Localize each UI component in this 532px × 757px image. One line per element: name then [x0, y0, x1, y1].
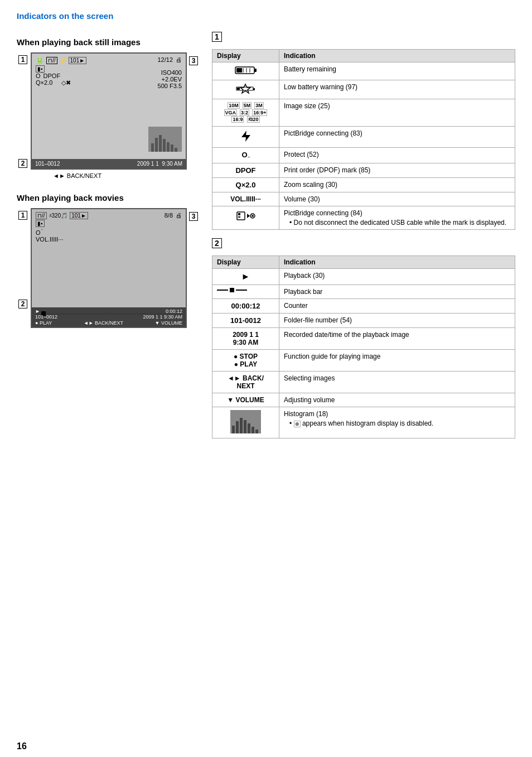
movie-bottom-top-row: ► 0:00:12 — [35, 308, 182, 314]
still-datetime: 2009 1 1 9:30 AM — [137, 161, 182, 167]
still-top-row: 🔋 ⊓// ⚡ 101► 12/12 🖨 — [36, 56, 182, 64]
shutter-aperture: 500 F3.5 — [158, 83, 182, 89]
svg-rect-5 — [167, 142, 170, 152]
table-row: 2009 1 19:30 AM Recorded date/time of th… — [212, 328, 515, 350]
indication-folder-num: Folder-file number (54) — [279, 314, 515, 328]
movie-play-icon: ► — [35, 308, 40, 314]
indication-counter: Counter — [279, 299, 515, 314]
indication-image-size: Image size (25) — [279, 99, 515, 127]
still-label-3: 3 — [189, 56, 198, 65]
indication-volume-ctrl: Adjusting volume — [279, 393, 515, 407]
table-row: Low battery warning (97) — [212, 80, 515, 99]
indication-stop-play: Function guide for playing image — [279, 350, 515, 372]
table-row: O⁻ Protect (52) — [212, 147, 515, 163]
table2: Display Indication ► Playback (30) — [212, 255, 515, 438]
dpof-label: O⁻DPOF — [36, 70, 71, 79]
movie-battery-icon: ⊓// — [36, 212, 47, 219]
playback-mode-icon: 101► — [69, 57, 87, 64]
table1-header-indication: Indication — [279, 50, 515, 62]
display-playback-icon: ► — [212, 269, 279, 285]
still-top-left-icons: 🔋 ⊓// ⚡ 101► — [36, 56, 86, 64]
table-row: 10M 5M 3M VGA 3:2 16:9+ 16:9 — [212, 99, 515, 127]
svg-rect-4 — [163, 139, 166, 152]
table-row: ▼ VOLUME Adjusting volume — [212, 393, 515, 407]
table2-header-indication: Indication — [279, 256, 515, 269]
display-dpof: DPOF — [212, 163, 279, 178]
table-row: PictBridge connecting (83) — [212, 126, 515, 147]
movie-volume-label: VOL.IIIII··· — [36, 236, 64, 243]
svg-marker-14 — [240, 84, 250, 93]
histogram-main-text: Histogram (18) — [284, 410, 510, 418]
svg-rect-10 — [236, 68, 242, 73]
movie-datetime: 2009 1 1 9:30 AM — [143, 314, 182, 320]
display-low-battery — [212, 80, 279, 99]
svg-rect-25 — [232, 426, 235, 433]
movie-label-2: 2 — [18, 300, 27, 308]
left-column: When playing back still images 1 2 3 🔋 ⊓… — [17, 32, 201, 447]
display-battery — [212, 62, 279, 80]
movie-print-icon: 🖨 — [176, 212, 182, 219]
indication-back-next: Selecting images — [279, 372, 515, 393]
display-protect: O⁻ — [212, 147, 279, 163]
page-number: 16 — [17, 741, 27, 751]
table2-section-num: 2 — [212, 238, 222, 248]
svg-rect-29 — [248, 423, 250, 433]
movie-top-left: ⊓// ♯320🎵 101► — [36, 212, 88, 219]
indication-datetime: Recorded date/time of the playback image — [279, 328, 515, 350]
movie-time: 0:00:12 — [166, 308, 182, 314]
display-volume-ctrl: ▼ VOLUME — [212, 393, 279, 407]
svg-rect-20 — [238, 216, 240, 218]
movie-label-1: 1 — [18, 211, 27, 220]
pictbridge2-bullets: Do not disconnect the dedicated USB cabl… — [284, 219, 510, 226]
still-nav-label: ◄► BACK/NEXT — [53, 172, 201, 179]
indication-protect: Protect (52) — [279, 147, 515, 163]
table1-section-num-wrapper: 1 — [212, 32, 515, 45]
display-pictbridge2 — [212, 206, 279, 230]
svg-rect-9 — [254, 69, 257, 72]
indication-pictbridge1: PictBridge connecting (83) — [279, 126, 515, 147]
display-counter: 00:00:12 — [212, 299, 279, 314]
still-bottom-bar: 101–0012 2009 1 1 9:30 AM — [32, 159, 186, 168]
iso-value: ISO400 — [158, 69, 182, 76]
indication-playback-bar: Playback bar — [279, 285, 515, 299]
svg-rect-31 — [255, 430, 258, 433]
movie-play-label: ● PLAY — [35, 320, 52, 326]
svg-rect-2 — [155, 138, 158, 152]
movie-screen-wrapper: 1 2 3 ⊓// ♯320🎵 101► 8/8 — [31, 208, 201, 328]
table-row: Playback bar — [212, 285, 515, 299]
svg-rect-7 — [175, 148, 177, 152]
still-top-right: 12/12 🖨 — [157, 56, 182, 63]
table-row: Histogram (18) ⊗ appears when histogram … — [212, 407, 515, 438]
movie-screen: 3 ⊓// ♯320🎵 101► 8/8 🖨 — [31, 208, 187, 328]
display-stop-play: ● STOP● PLAY — [212, 350, 279, 372]
table-row: ◄► BACK/NEXT Selecting images — [212, 372, 515, 393]
svg-rect-26 — [236, 421, 239, 433]
network-icon: ⚡ — [60, 57, 66, 64]
battery-icon: 🔋 — [36, 56, 44, 64]
histogram-thumb — [230, 410, 261, 433]
indication-battery: Battery remaining — [279, 62, 515, 80]
table-row: 101-0012 Folder-file number (54) — [212, 314, 515, 328]
table-row: ► Playback (30) — [212, 269, 515, 285]
movie-folder-num: 101–0012 — [35, 314, 57, 320]
movie-top-row: ⊓// ♯320🎵 101► 8/8 🖨 — [36, 212, 182, 219]
table-row: ● STOP● PLAY Function guide for playing … — [212, 350, 515, 372]
playback-bar-display — [217, 288, 274, 292]
page-title: Indicators on the screen — [17, 11, 515, 21]
img-size-row2: VGA 3:2 16:9+ — [217, 109, 274, 117]
zoom-label: Q×2.0 ◇✖ — [36, 79, 71, 86]
pictbridge2-main-text: PictBridge connecting (84) — [284, 209, 510, 217]
movie-backnext-label: ◄► BACK/NEXT — [84, 320, 123, 326]
table1-section-num: 1 — [212, 32, 222, 42]
display-back-next: ◄► BACK/NEXT — [212, 372, 279, 393]
still-mid-left: O⁻DPOF Q×2.0 ◇✖ — [36, 70, 71, 86]
pictbridge2-bullet-1: Do not disconnect the dedicated USB cabl… — [289, 219, 510, 226]
table2-header-display: Display — [212, 256, 279, 269]
no-histogram-icon: ⊗ — [294, 421, 301, 427]
movie-playback-icon: 101► — [70, 212, 88, 219]
display-histogram — [212, 407, 279, 438]
table-row: DPOF Print order (DPOF) mark (85) — [212, 163, 515, 178]
still-images-screen-wrapper: 1 2 3 🔋 ⊓// ⚡ 101► — [31, 52, 201, 179]
right-column: 1 Display Indication — [212, 32, 515, 447]
movie-bottom-nav: ● PLAY ◄► BACK/NEXT ▼ VOLUME — [35, 320, 182, 326]
